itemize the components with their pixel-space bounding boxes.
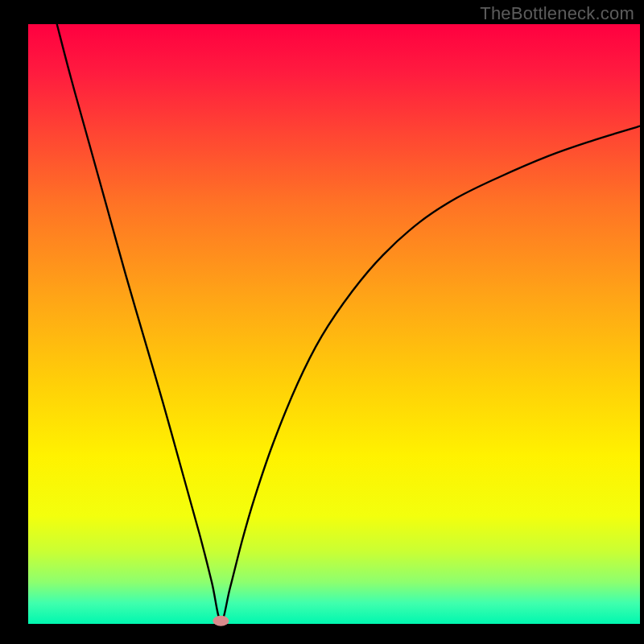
chart-frame: TheBottleneck.com [0,0,644,644]
bottleneck-chart [0,0,644,644]
minimum-marker [213,616,229,626]
watermark-text: TheBottleneck.com [480,3,634,24]
plot-background [28,24,640,624]
